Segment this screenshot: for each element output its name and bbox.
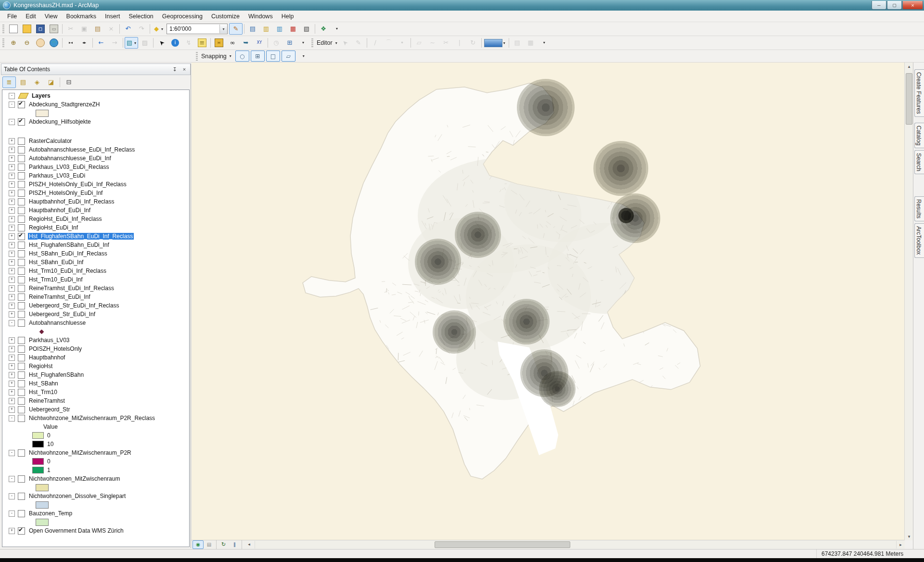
layer-checkbox[interactable]: ✔ — [18, 118, 25, 126]
toolbar-grip[interactable] — [196, 52, 198, 61]
layer-label[interactable]: RegioHst — [28, 363, 53, 370]
expander-icon[interactable]: + — [9, 389, 15, 396]
menu-windows[interactable]: Windows — [244, 12, 277, 21]
layer-hst-flughafensbahn-eudi-inf-reclass[interactable]: +✔Hst_FlughafenSBahn_EuDi_Inf_Reclass — [2, 232, 189, 241]
menu-file[interactable]: File — [3, 12, 21, 21]
layer-autobahnanschluesse-eudi-inf[interactable]: +Autobahnanschluesse_EuDi_Inf — [2, 154, 189, 163]
editor-endpoint-arc-button[interactable]: ⌒ — [382, 37, 396, 49]
catalog-window-button[interactable]: ▥ — [259, 23, 273, 35]
layer-hauptbahnhof-eudi-inf[interactable]: +Hauptbahnhof_EuDi_Inf — [2, 206, 189, 215]
go-to-xy-button[interactable]: XY — [253, 37, 266, 49]
point-snapping-button[interactable]: ○ — [235, 51, 249, 62]
layer-checkbox[interactable] — [18, 250, 25, 257]
legend-class-row[interactable]: 1 — [2, 466, 189, 474]
layer-checkbox[interactable] — [18, 138, 25, 145]
expander-icon[interactable]: + — [9, 164, 15, 170]
save-document-button[interactable]: ▫ — [34, 23, 47, 35]
new-document-button[interactable] — [7, 23, 20, 35]
layer-label[interactable]: Hst_FlughafenSBahn_EuDi_Inf_Reclass — [28, 233, 134, 240]
expander-icon[interactable]: - — [9, 476, 15, 482]
find-button[interactable]: ∞ — [226, 37, 239, 49]
print-button[interactable]: ▭ — [47, 23, 61, 35]
layer-open-government-data-wms-z-rich[interactable]: +✔Open Government Data WMS Zürich — [2, 526, 189, 535]
legend-patch-row[interactable] — [2, 500, 189, 509]
layer-label[interactable]: Uebergeord_Str_EuDi_Inf_Reclass — [28, 302, 120, 309]
expander-icon[interactable]: + — [9, 138, 15, 144]
expander-icon[interactable]: + — [9, 407, 15, 413]
layer-parkhaus-lv03-eudi-reclass[interactable]: +Parkhaus_LV03_EuDi_Reclass — [2, 163, 189, 171]
cut-button[interactable]: ✂ — [64, 23, 77, 35]
layer-hauptbahnhof-eudi-inf-reclass[interactable]: +Hauptbahnhof_EuDi_Inf_Reclass — [2, 197, 189, 206]
tab-search[interactable]: ◉Search — [914, 150, 924, 174]
expander-icon[interactable]: + — [9, 372, 15, 378]
editor-toolbar-overflow-button[interactable]: ▾ — [538, 37, 551, 49]
expander-icon[interactable]: - — [9, 511, 15, 517]
editor-midpoint-button[interactable]: • — [396, 37, 409, 49]
layer-reinetramhst[interactable]: +ReineTramhst — [2, 396, 189, 405]
layer-poiszh-hotelsonly[interactable]: +POISZH_HotelsOnly — [2, 345, 189, 353]
end-snapping-button[interactable]: ⊞ — [251, 51, 265, 62]
layer-label[interactable]: ReineTramhst_EuDi_Inf_Reclass — [28, 285, 115, 292]
time-slider-button[interactable]: ◷ — [270, 37, 283, 49]
layer-layers[interactable]: -Layers — [2, 91, 189, 100]
expander-icon[interactable]: + — [9, 155, 15, 162]
layer-checkbox[interactable] — [18, 319, 25, 327]
layer-checkbox[interactable] — [18, 259, 25, 266]
editor-split-button[interactable]: | — [453, 37, 466, 49]
menu-help[interactable]: Help — [277, 12, 298, 21]
layer-hst-sbahn[interactable]: +Hst_SBahn — [2, 379, 189, 388]
point-symbol[interactable] — [39, 329, 44, 334]
expander-icon[interactable]: - — [9, 102, 15, 108]
layer-checkbox[interactable] — [18, 146, 25, 153]
layer-checkbox[interactable] — [18, 337, 25, 344]
layer-label[interactable]: RegioHst_EuDi_Inf — [28, 224, 79, 231]
layer-hst-flughafensbahn[interactable]: +Hst_FlughafenSBahn — [2, 370, 189, 379]
layer-checkbox[interactable] — [18, 493, 25, 500]
toolbar-grip[interactable] — [2, 38, 4, 47]
map-canvas[interactable] — [192, 63, 905, 540]
layer-label[interactable]: Nichtwohnzonen_MitZwischenraum — [28, 475, 121, 482]
layer-label[interactable]: Parkhaus_LV03_EuDi — [28, 172, 86, 179]
python-window-button[interactable]: ▧ — [300, 23, 313, 35]
layer-checkbox[interactable] — [18, 190, 25, 197]
tab-create-features[interactable]: ▤Create Features — [914, 69, 924, 117]
layer-piszh-hotelsonly-eudi-inf[interactable]: +PISZH_HotelsOnly_EuDi_Inf — [2, 189, 189, 197]
layer-nichtwohnzonen-dissolve-singlepart[interactable]: -Nichtwohnzonen_Dissolve_Singlepart — [2, 492, 189, 500]
legend-patch-row[interactable] — [2, 518, 189, 526]
undo-button[interactable]: ↶ — [121, 23, 135, 35]
table-of-contents-window-button[interactable]: ▤ — [246, 23, 259, 35]
find-route-button[interactable]: ➥ — [239, 37, 253, 49]
vertical-scrollbar-thumb[interactable] — [906, 73, 912, 125]
legend-point-symbol-row[interactable] — [2, 327, 189, 336]
layer-checkbox[interactable] — [18, 363, 25, 370]
expander-icon[interactable]: + — [9, 381, 15, 387]
symbol-patch[interactable] — [36, 484, 49, 491]
arctoolbox-window-button[interactable]: ▦ — [286, 23, 300, 35]
layer-checkbox[interactable] — [18, 268, 25, 275]
layer-checkbox[interactable] — [18, 164, 25, 171]
layer-label[interactable]: POISZH_HotelsOnly — [28, 345, 83, 352]
editor-toolbar-toggle-button[interactable]: ✎ — [229, 23, 243, 35]
fixed-zoom-in-button[interactable]: ▸◂ — [64, 37, 77, 49]
select-elements-button[interactable]: ➤ — [155, 37, 168, 49]
delete-button[interactable]: × — [104, 23, 118, 35]
layer-regiohst[interactable]: +RegioHst — [2, 362, 189, 370]
expander-icon[interactable]: + — [9, 233, 15, 240]
expander-icon[interactable]: + — [9, 268, 15, 274]
layer-checkbox[interactable] — [18, 294, 25, 301]
expander-icon[interactable]: + — [9, 225, 15, 231]
layer-checkbox[interactable] — [18, 449, 25, 457]
redo-button[interactable]: ↷ — [135, 23, 148, 35]
horizontal-scrollbar-thumb[interactable] — [435, 541, 570, 548]
layer-label[interactable]: Hst_FlughafenSBahn_EuDi_Inf — [28, 242, 110, 248]
layer-label[interactable]: Nichtwohnzone_MitZwischenraum_P2R — [28, 449, 132, 456]
layer-regiohst-eudi-inf[interactable]: +RegioHst_EuDi_Inf — [2, 223, 189, 232]
layer-checkbox[interactable] — [18, 207, 25, 214]
layer-nichtwohnzonen-mitzwischenraum[interactable]: -Nichtwohnzonen_MitZwischenraum — [2, 474, 189, 483]
symbol-patch[interactable] — [32, 441, 44, 447]
map-scale-dropdown-arrow[interactable]: ▾ — [219, 25, 227, 33]
layer-checkbox[interactable] — [18, 475, 25, 483]
editor-edit-tool-button[interactable]: ➤ — [338, 37, 352, 49]
paste-button[interactable]: ▤ — [91, 23, 104, 35]
layer-checkbox[interactable] — [18, 510, 25, 517]
